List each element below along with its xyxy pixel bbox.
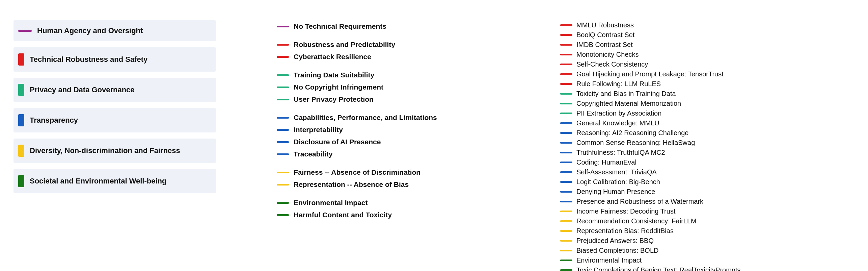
- bench-color-indicator: [560, 230, 572, 232]
- bench-color-indicator: [560, 93, 572, 95]
- bench-color-indicator: [560, 54, 572, 55]
- bench-item: PII Extraction by Association: [560, 108, 855, 118]
- bench-color-indicator: [560, 113, 572, 114]
- principle-label-societal: Societal and Environmental Well-being: [30, 177, 166, 186]
- bench-label: Coding: HumanEval: [576, 158, 636, 166]
- req-color-indicator: [277, 99, 289, 100]
- principle-label-transparency: Transparency: [30, 116, 78, 125]
- bench-label: Logit Calibration: Big-Bench: [576, 178, 660, 186]
- req-label: Robustness and Predictability: [294, 41, 395, 49]
- bench-color-indicator: [560, 260, 572, 261]
- principle-item-privacy: Privacy and Data Governance: [13, 78, 216, 102]
- bench-color-indicator: [560, 34, 572, 36]
- principle-item-societal: Societal and Environmental Well-being: [13, 169, 216, 193]
- principle-item-human: Human Agency and Oversight: [13, 20, 216, 41]
- bench-color-indicator: [560, 181, 572, 183]
- bench-item: MMLU Robustness: [560, 20, 855, 30]
- req-color-indicator: [277, 172, 289, 173]
- bench-item: Biased Completions: BOLD: [560, 246, 855, 255]
- connector-band: [520, 74, 560, 118]
- bench-label: Recommendation Consistency: FairLLM: [576, 217, 697, 225]
- bench-item: Presence and Robustness of a Watermark: [560, 197, 855, 206]
- bench-color-indicator: [560, 44, 572, 46]
- principle-item-technical: Technical Robustness and Safety: [13, 47, 216, 72]
- bench-item: BoolQ Contrast Set: [560, 30, 855, 40]
- req-label: User Privacy Protection: [294, 95, 374, 103]
- req-color-indicator: [277, 74, 289, 76]
- bench-color-indicator: [560, 103, 572, 104]
- bench-label: Truthfulness: TruthfulQA MC2: [576, 149, 665, 156]
- bench-label: Environmental Impact: [576, 256, 642, 264]
- principle-color-technical: [18, 53, 24, 66]
- req-item: Disclosure of AI Presence: [277, 136, 520, 148]
- principle-item-transparency: Transparency: [13, 108, 216, 132]
- principle-label-technical: Technical Robustness and Safety: [30, 55, 147, 64]
- bench-color-indicator: [560, 240, 572, 242]
- req-group-technical: Robustness and PredictabilityCyberattack…: [277, 39, 520, 63]
- bench-item: Prejudiced Answers: BBQ: [560, 236, 855, 246]
- connector-band: [520, 20, 560, 89]
- req-label: Fairness -- Absence of Discrimination: [294, 168, 421, 176]
- req-item: Interpretability: [277, 124, 520, 136]
- connector-band: [520, 200, 560, 271]
- bench-label: Self-Check Consistency: [576, 60, 648, 68]
- req-color-indicator: [277, 87, 289, 88]
- bench-label: General Knowledge: MMLU: [576, 119, 659, 127]
- bench-color-indicator: [560, 73, 572, 75]
- req-label: Training Data Suitability: [294, 71, 374, 79]
- bench-color-indicator: [560, 269, 572, 271]
- bench-item: Coding: HumanEval: [560, 157, 855, 167]
- req-color-indicator: [277, 129, 289, 131]
- bench-item: Goal Hijacking and Prompt Leakage: Tenso…: [560, 69, 855, 79]
- req-label: No Technical Requirements: [294, 22, 386, 30]
- bench-label: Reasoning: AI2 Reasoning Challenge: [576, 129, 688, 137]
- principles-column: Human Agency and OversightTechnical Robu…: [13, 20, 216, 271]
- req-item: No Technical Requirements: [277, 20, 520, 32]
- requirements-column: No Technical RequirementsRobustness and …: [277, 20, 520, 271]
- bench-item: Recommendation Consistency: FairLLM: [560, 216, 855, 226]
- req-color-indicator: [277, 26, 289, 27]
- bench-color-indicator: [560, 162, 572, 163]
- bench-item: Income Fairness: Decoding Trust: [560, 206, 855, 216]
- req-color-indicator: [277, 214, 289, 216]
- req-item: Robustness and Predictability: [277, 39, 520, 51]
- bench-color-indicator: [560, 122, 572, 124]
- bench-color-indicator: [560, 220, 572, 222]
- principle-color-transparency: [18, 114, 24, 126]
- req-group-diversity: Fairness -- Absence of DiscriminationRep…: [277, 166, 520, 191]
- req-label: Cyberattack Resilience: [294, 53, 371, 61]
- bench-color-indicator: [560, 64, 572, 65]
- bench-color-indicator: [560, 132, 572, 134]
- req-label: Interpretability: [294, 126, 343, 134]
- bench-label: Goal Hijacking and Prompt Leakage: Tenso…: [576, 70, 724, 78]
- principle-item-diversity: Diversity, Non-discrimination and Fairne…: [13, 139, 216, 163]
- req-item: No Copyright Infringement: [277, 81, 520, 93]
- req-label: Environmental Impact: [294, 199, 368, 207]
- bench-label: Prejudiced Answers: BBQ: [576, 237, 654, 245]
- bench-label: Income Fairness: Decoding Trust: [576, 207, 675, 215]
- principle-color-privacy: [18, 84, 24, 96]
- req-color-indicator: [277, 44, 289, 46]
- req-item: Capabilities, Performance, and Limitatio…: [277, 112, 520, 124]
- bench-label: Rule Following: LLM RuLES: [576, 80, 661, 88]
- bench-item: Common Sense Reasoning: HellaSwag: [560, 138, 855, 148]
- bench-item: Self-Check Consistency: [560, 59, 855, 69]
- bench-label: Toxicity and Bias in Training Data: [576, 90, 676, 98]
- req-item: Traceability: [277, 148, 520, 160]
- req-color-indicator: [277, 202, 289, 204]
- req-color-indicator: [277, 56, 289, 58]
- req-label: Disclosure of AI Presence: [294, 138, 381, 146]
- bench-label: Copyrighted Material Memorization: [576, 100, 681, 107]
- bench-item: Truthfulness: TruthfulQA MC2: [560, 148, 855, 157]
- bench-item: Toxic Completions of Benign Text: RealTo…: [560, 265, 855, 271]
- bench-label: Monotonicity Checks: [576, 51, 639, 58]
- req-label: Representation -- Absence of Bias: [294, 180, 409, 189]
- req-group-societal: Environmental ImpactHarmful Content and …: [277, 197, 520, 221]
- connector-band: [520, 118, 560, 206]
- bench-color-indicator: [560, 83, 572, 85]
- req-item: Harmful Content and Toxicity: [277, 209, 520, 221]
- req-label: Harmful Content and Toxicity: [294, 211, 392, 219]
- req-item: Representation -- Absence of Bias: [277, 178, 520, 191]
- principle-color-societal: [18, 175, 24, 187]
- req-label: Traceability: [294, 150, 333, 158]
